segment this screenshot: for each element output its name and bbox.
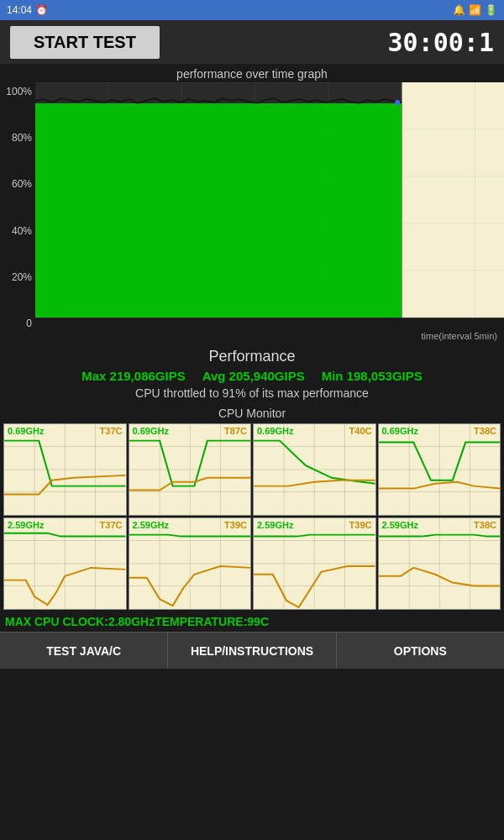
cpu-temp-1-3: T38C — [474, 520, 496, 530]
cpu-cell-header-1-0: 2.59GHz T37C — [4, 520, 126, 530]
y-label-0: 0 — [26, 318, 32, 329]
cpu-cell-0-0: 0.69GHz T37C — [3, 423, 127, 516]
wifi-icon: 📶 — [469, 4, 481, 16]
time-display: 14:04 — [7, 4, 32, 16]
graph-container: 100% 80% 60% 40% 20% 0 — [0, 82, 504, 343]
start-test-button[interactable]: START TEST — [10, 26, 160, 59]
cpu-temp-1-0: T37C — [100, 520, 123, 530]
cpu-temp-0-3: T38C — [474, 426, 496, 436]
cpu-cell-header-0-3: 0.69GHz T38C — [379, 426, 501, 436]
cpu-cell-header-0-0: 0.69GHz T37C — [4, 426, 126, 436]
y-axis: 100% 80% 60% 40% 20% 0 — [0, 86, 35, 329]
cpu-grid: 0.69GHz T37C 0.69GHz T87 — [0, 423, 504, 610]
performance-section: Performance Max 219,086GIPS Avg 205,940G… — [0, 343, 504, 403]
cpu-cell-0-1: 0.69GHz T87C — [129, 423, 252, 516]
cpu-temp-0-0: T37C — [100, 426, 123, 436]
cpu-freq-1-3: 2.59GHz — [382, 520, 418, 530]
cpu-cell-header-1-2: 2.59GHz T39C — [254, 520, 375, 530]
svg-point-14 — [395, 100, 400, 105]
cpu-cell-0-2: 0.69GHz T40C — [253, 423, 376, 516]
performance-title: Performance — [0, 348, 504, 365]
toolbar: START TEST 30:00:1 — [0, 20, 504, 64]
max-clock-label: MAX CPU CLOCK:2.80GHz — [5, 615, 155, 628]
cpu-temp-0-2: T40C — [349, 426, 372, 436]
cpu-monitor-title: CPU Monitor — [0, 407, 504, 420]
test-java-c-button[interactable]: TEST JAVA/C — [0, 633, 168, 669]
cpu-cell-1-2: 2.59GHz T39C — [253, 517, 376, 610]
cpu-freq-1-1: 2.59GHz — [133, 520, 169, 530]
cpu-temp-1-1: T39C — [224, 520, 247, 530]
min-gips: Min 198,053GIPS — [322, 369, 423, 383]
x-axis-label: time(interval 5min) — [35, 331, 504, 341]
cpu-temp-0-1: T87C — [224, 426, 247, 436]
cpu-cell-0-3: 0.69GHz T38C — [378, 423, 501, 516]
temperature-label: TEMPERATURE:99C — [155, 615, 269, 628]
cpu-cell-header-1-1: 2.59GHz T39C — [129, 520, 251, 530]
cpu-freq-0-3: 0.69GHz — [382, 426, 418, 436]
y-label-60: 60% — [12, 178, 32, 190]
cpu-cell-header-0-2: 0.69GHz T40C — [254, 426, 375, 436]
graph-title: performance over time graph — [0, 67, 504, 81]
graph-section: performance over time graph 100% 80% 60%… — [0, 64, 504, 343]
cpu-temp-1-2: T39C — [349, 520, 372, 530]
svg-rect-1 — [402, 82, 504, 318]
help-instructions-button[interactable]: HELP/INSTRUCTIONS — [168, 633, 336, 669]
cpu-freq-1-2: 2.59GHz — [257, 520, 293, 530]
cpu-freq-1-0: 2.59GHz — [8, 520, 44, 530]
performance-stats: Max 219,086GIPS Avg 205,940GIPS Min 198,… — [0, 369, 504, 383]
status-time: 14:04 ⏰ — [7, 4, 48, 16]
y-label-40: 40% — [12, 225, 32, 237]
avg-gips: Avg 205,940GIPS — [202, 369, 305, 383]
status-bar: 14:04 ⏰ 🔔 📶 🔋 — [0, 0, 504, 20]
svg-marker-13 — [35, 103, 402, 318]
battery-icon: 🔋 — [485, 4, 497, 16]
cpu-freq-0-1: 0.69GHz — [133, 426, 169, 436]
cpu-cell-header-1-3: 2.59GHz T38C — [379, 520, 501, 530]
chart-area: time(interval 5min) — [35, 82, 504, 326]
bottom-buttons: TEST JAVA/C HELP/INSTRUCTIONS OPTIONS — [0, 632, 504, 669]
timer-display: 30:00:1 — [388, 28, 494, 57]
cpu-cell-1-1: 2.59GHz T39C — [129, 517, 252, 610]
cpu-cell-1-0: 2.59GHz T37C — [3, 517, 127, 610]
notification-icon: 🔔 — [453, 4, 465, 16]
y-label-80: 80% — [12, 132, 32, 144]
chart-svg — [35, 82, 504, 326]
cpu-freq-0-0: 0.69GHz — [8, 426, 44, 436]
cpu-freq-0-2: 0.69GHz — [257, 426, 293, 436]
y-label-20: 20% — [12, 271, 32, 283]
info-bar: MAX CPU CLOCK:2.80GHz TEMPERATURE:99C — [0, 612, 504, 632]
alarm-icon: ⏰ — [35, 4, 48, 16]
throttle-text: CPU throttled to 91% of its max performa… — [0, 386, 504, 400]
cpu-monitor-section: CPU Monitor 0.69GHz T37C — [0, 403, 504, 612]
cpu-cell-1-3: 2.59GHz T38C — [378, 517, 501, 610]
max-gips: Max 219,086GIPS — [81, 369, 185, 383]
cpu-cell-header-0-1: 0.69GHz T87C — [129, 426, 251, 436]
y-label-100: 100% — [6, 86, 32, 97]
status-icons: 🔔 📶 🔋 — [453, 4, 497, 16]
options-button[interactable]: OPTIONS — [337, 633, 504, 669]
